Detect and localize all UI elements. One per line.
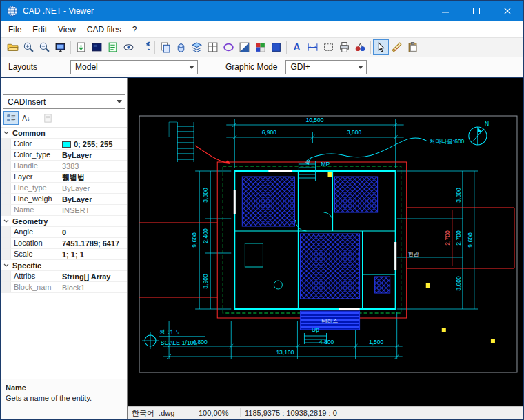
- property-row-scale[interactable]: Scale 1; 1; 1: [1, 249, 127, 260]
- maximize-button[interactable]: [461, 1, 492, 21]
- help-text: Gets a name of the entity.: [6, 394, 123, 402]
- menu-help[interactable]: ?: [127, 22, 143, 37]
- property-pages-button[interactable]: [40, 111, 55, 125]
- selection-box-button[interactable]: [321, 39, 336, 55]
- menu-file[interactable]: File: [3, 22, 27, 37]
- zoom-out-button[interactable]: [37, 39, 52, 55]
- drawing-canvas[interactable]: N 처마나옴:600: [128, 78, 523, 406]
- svg-text:2,700: 2,700: [444, 230, 451, 246]
- property-row-layer[interactable]: Layer 쀓봽법: [1, 172, 127, 183]
- app-icon: [6, 5, 19, 17]
- status-bar: 한국어_.dwg - 100,00% 1185,9375 : 10938,281…: [128, 406, 523, 419]
- select-cursor-button[interactable]: [373, 39, 389, 55]
- measure-ruler-button[interactable]: [389, 39, 405, 55]
- zoom-in-button[interactable]: [21, 39, 37, 55]
- svg-text:2,400: 2,400: [202, 228, 209, 243]
- paste-clipboard-button[interactable]: [405, 39, 421, 55]
- graphic-mode-select[interactable]: GDI+: [285, 60, 367, 74]
- svg-text:A: A: [294, 41, 301, 52]
- property-row-color[interactable]: Color 0; 255; 255: [1, 139, 127, 150]
- property-row-attribs[interactable]: Attribs String[] Array: [1, 271, 127, 282]
- svg-text:3,300: 3,300: [455, 188, 462, 203]
- property-row-name[interactable]: Name INSERT: [1, 205, 127, 216]
- entity-selector[interactable]: CADInsert: [3, 94, 125, 109]
- property-category-common[interactable]: Common: [1, 128, 127, 139]
- svg-text:6,900: 6,900: [262, 129, 277, 136]
- property-row-line-type[interactable]: Line_type ByLayer: [1, 183, 127, 194]
- dark-screen-button[interactable]: [89, 39, 105, 55]
- alphabetical-sort-button[interactable]: A↓: [19, 111, 34, 125]
- property-help-pane: Name Gets a name of the entity.: [1, 379, 127, 419]
- svg-text:2,700: 2,700: [455, 230, 462, 246]
- print-button[interactable]: [336, 39, 352, 55]
- toolbar-separator: [370, 41, 371, 54]
- svg-text:1,500: 1,500: [369, 339, 384, 346]
- main-toolbar: A: [1, 38, 523, 57]
- svg-text:9,600: 9,600: [191, 232, 198, 248]
- app-window: CAD .NET - Viewer File Edit View CAD fil…: [0, 0, 524, 420]
- svg-text:Up: Up: [312, 326, 319, 333]
- zoom-extents-button[interactable]: [52, 39, 68, 55]
- window-title: CAD .NET - Viewer: [23, 6, 94, 16]
- property-row-block-name[interactable]: Block_nam Block1: [1, 282, 127, 293]
- layout-grid-button[interactable]: [205, 39, 221, 55]
- render-rgb-button[interactable]: [252, 39, 268, 55]
- toolbar-separator: [70, 41, 71, 54]
- property-row-angle[interactable]: Angle 0: [1, 227, 127, 238]
- svg-text:N: N: [485, 120, 489, 127]
- export-document-button[interactable]: [105, 39, 121, 55]
- toolbar-separator: [286, 41, 287, 54]
- svg-text:3,600: 3,600: [347, 129, 362, 136]
- property-row-color-type[interactable]: Color_type ByLayer: [1, 150, 127, 161]
- color-square-button[interactable]: [268, 39, 284, 55]
- find-binoculars-button[interactable]: [352, 39, 368, 55]
- property-row-line-weight[interactable]: Line_weigh ByLayer: [1, 194, 127, 205]
- title-bar: CAD .NET - Viewer: [1, 1, 523, 21]
- menu-cad-files[interactable]: CAD files: [81, 22, 127, 37]
- minimize-button[interactable]: [430, 1, 461, 21]
- help-title: Name: [6, 383, 123, 392]
- svg-text:MP: MP: [321, 161, 330, 168]
- svg-text:10,500: 10,500: [305, 117, 323, 123]
- property-category-geometry[interactable]: Geometry: [1, 216, 127, 227]
- svg-text:3,300: 3,300: [202, 188, 209, 203]
- window-controls: [430, 1, 523, 21]
- chevron-down-icon: [355, 61, 366, 74]
- rotate-view-button[interactable]: [137, 39, 152, 55]
- eave-note: 처마나옴:600: [430, 138, 465, 145]
- status-coordinates: 1185,9375 : 10938,2819 : 0: [241, 408, 523, 417]
- save-image-button[interactable]: [73, 39, 89, 55]
- categorized-view-button[interactable]: [3, 111, 19, 125]
- graphic-mode-label: Graphic Mode: [225, 62, 277, 72]
- block-cube-button[interactable]: [173, 39, 189, 55]
- svg-text:테라스: 테라스: [322, 318, 339, 324]
- svg-text:SCALE-1/100: SCALE-1/100: [161, 339, 196, 346]
- draw-ellipse-button[interactable]: [221, 39, 236, 55]
- close-button[interactable]: [492, 1, 523, 21]
- menu-bar: File Edit View CAD files ?: [1, 21, 523, 38]
- svg-text:현관: 현관: [408, 251, 419, 257]
- property-category-specific[interactable]: Specific: [1, 260, 127, 271]
- layouts-select[interactable]: Model: [70, 60, 198, 74]
- svg-text:13,100: 13,100: [276, 349, 294, 356]
- dimension-button[interactable]: [305, 39, 321, 55]
- status-zoom: 100,00%: [194, 408, 241, 417]
- property-grid: Common Color 0; 255; 255 Color_type ByLa…: [1, 127, 127, 379]
- layouts-label: Layouts: [8, 62, 37, 72]
- menu-view[interactable]: View: [52, 22, 81, 37]
- svg-text:평면도: 평면도: [159, 328, 183, 335]
- copy-entities-button[interactable]: [157, 39, 173, 55]
- chevron-down-icon: [186, 61, 197, 74]
- draw-text-button[interactable]: A: [289, 39, 305, 55]
- property-row-location[interactable]: Location 7451.1789; 6417: [1, 238, 127, 249]
- svg-text:9,600: 9,600: [467, 232, 474, 248]
- property-grid-toolbar: A↓: [1, 109, 127, 127]
- raster-image-button[interactable]: [236, 39, 252, 55]
- open-file-button[interactable]: [5, 39, 21, 55]
- layers-button[interactable]: [189, 39, 205, 55]
- property-row-handle[interactable]: Handle 3383: [1, 161, 127, 172]
- visual-style-button[interactable]: [121, 39, 137, 55]
- status-filename: 한국어_.dwg -: [128, 408, 194, 419]
- cad-drawing: N 처마나옴:600: [128, 78, 523, 406]
- menu-edit[interactable]: Edit: [27, 22, 52, 37]
